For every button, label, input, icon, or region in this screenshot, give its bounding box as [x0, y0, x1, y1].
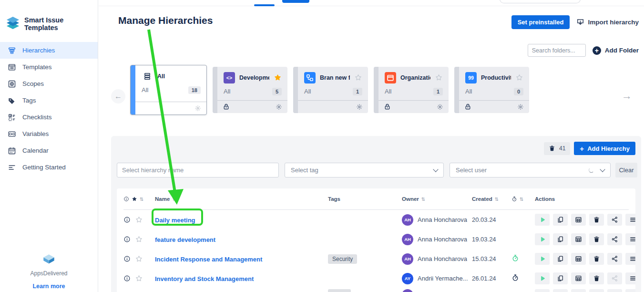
set-preinstalled-button[interactable]: Set preinstalled	[511, 15, 570, 29]
folder-card[interactable]: 99 Productivity All 0	[454, 67, 529, 113]
sidebar-item-variables[interactable]: Variables	[0, 125, 98, 142]
copy-action-button[interactable]	[553, 272, 568, 284]
column-owner[interactable]: Owner ⇅	[402, 196, 472, 202]
menu-action-button[interactable]	[625, 214, 635, 226]
tag-filter-select[interactable]: Select tag	[285, 163, 444, 177]
hierarchy-name-link[interactable]: feature development	[155, 236, 215, 243]
column-actions: Actions	[535, 196, 629, 202]
sidebar-item-tags[interactable]: Tags	[0, 92, 98, 109]
sidebar-item-scopes[interactable]: Scopes	[0, 75, 98, 92]
user-filter-select[interactable]: Select user	[450, 163, 611, 177]
column-created[interactable]: Created ⇅	[472, 196, 511, 202]
folder-card[interactable]: <> Development All 5	[213, 67, 287, 113]
sort-icon[interactable]: ⇅	[421, 197, 425, 202]
star-icon[interactable]	[135, 235, 143, 243]
topnav-search-partial[interactable]	[500, 0, 581, 3]
folder-card[interactable]: All All 18	[130, 65, 207, 115]
share-action-button[interactable]	[607, 272, 622, 284]
gear-icon[interactable]	[517, 104, 524, 110]
folder-star-icon[interactable]	[515, 73, 523, 82]
owner-name: Anna Honcharova	[418, 255, 467, 262]
copy-action-button[interactable]	[553, 214, 568, 226]
column-name[interactable]: Name ⇅	[155, 196, 328, 202]
menu-action-button[interactable]	[625, 289, 635, 292]
trash-action-button[interactable]	[589, 272, 604, 284]
copy-action-button[interactable]	[553, 253, 568, 265]
sidebar-item-getting-started[interactable]: Getting Started	[0, 159, 98, 176]
carousel-right-arrow[interactable]: →	[619, 89, 635, 103]
folder-card[interactable]: Bran new f... All 1	[293, 67, 368, 113]
sort-icon[interactable]: ⇅	[520, 197, 523, 202]
column-flags[interactable]: ⇅	[123, 196, 155, 202]
play-action-button[interactable]	[535, 233, 550, 245]
folder-star-icon[interactable]	[435, 73, 443, 82]
grid-action-button[interactable]	[571, 289, 586, 292]
sidebar-item-hierarchies[interactable]: Hierarchies	[0, 42, 98, 59]
sidebar-item-templates[interactable]: Templates	[0, 59, 98, 75]
trash-selected-button[interactable]: 41	[544, 142, 570, 155]
created-date: 26.01.24	[472, 275, 511, 282]
sidebar-item-calendar[interactable]: Calendar	[0, 142, 98, 159]
star-icon[interactable]	[135, 274, 143, 282]
carousel-left-arrow[interactable]: ←	[111, 89, 125, 104]
copy-action-button[interactable]	[553, 233, 568, 245]
gear-icon[interactable]	[356, 104, 363, 110]
sort-icon[interactable]: ⇅	[495, 197, 499, 202]
menu-action-button[interactable]	[625, 233, 635, 245]
hierarchy-name-link[interactable]: Incident Response and Management	[155, 256, 262, 263]
star-icon[interactable]	[135, 216, 143, 224]
folder-star-icon[interactable]	[274, 73, 282, 82]
sort-icon[interactable]: ⇅	[172, 197, 176, 202]
star-icon[interactable]	[135, 255, 143, 263]
sort-icon[interactable]: ⇅	[140, 197, 143, 202]
add-hierarchy-button[interactable]: + Add Hierarchy	[574, 142, 635, 155]
hierarchy-name-filter-input[interactable]	[117, 163, 279, 177]
folder-star-icon[interactable]	[354, 73, 362, 82]
topnav-button-partial[interactable]	[282, 0, 309, 3]
tags-icon	[8, 96, 16, 105]
grid-action-button[interactable]	[571, 253, 586, 265]
folder-count-badge: 18	[188, 86, 201, 94]
gear-icon[interactable]	[194, 105, 201, 112]
share-action-button[interactable]	[607, 289, 622, 292]
menu-action-button[interactable]	[625, 253, 635, 265]
play-action-button[interactable]	[535, 272, 550, 284]
app-logo-icon	[6, 16, 20, 31]
grid-action-button[interactable]	[571, 233, 586, 245]
column-timer[interactable]: ⇅	[511, 196, 535, 202]
play-action-button[interactable]	[535, 289, 550, 292]
play-action-button[interactable]	[535, 253, 550, 265]
info-icon[interactable]	[123, 255, 131, 262]
add-folder-button[interactable]: + Add Folder	[593, 46, 639, 55]
grid-action-button[interactable]	[571, 214, 586, 226]
column-created-label: Created	[472, 196, 492, 202]
header-actions: Set preinstalled Import hierarchy	[511, 15, 639, 29]
info-icon[interactable]	[123, 236, 131, 243]
share-action-button[interactable]	[607, 233, 622, 245]
share-action-button[interactable]	[607, 253, 622, 265]
copy-action-button[interactable]	[553, 289, 568, 292]
folder-name: All	[157, 73, 201, 80]
learn-more-link[interactable]: Learn more	[32, 283, 65, 290]
search-folders-input[interactable]	[528, 44, 586, 57]
trash-action-button[interactable]	[589, 214, 604, 226]
gear-icon[interactable]	[276, 104, 282, 110]
trash-action-button[interactable]	[589, 233, 604, 245]
trash-action-button[interactable]	[589, 289, 604, 292]
grid-action-button[interactable]	[571, 272, 586, 284]
info-icon[interactable]	[123, 216, 131, 223]
play-action-button[interactable]	[535, 214, 550, 226]
info-icon[interactable]	[123, 275, 131, 282]
menu-action-button[interactable]	[625, 272, 635, 284]
sidebar-item-checklists[interactable]: Checklists	[0, 109, 98, 125]
hierarchy-name-link[interactable]: Daily meeting	[155, 217, 195, 224]
sidebar-item-label: Templates	[22, 63, 52, 71]
sidebar-item-label: Checklists	[22, 114, 52, 121]
share-action-button[interactable]	[607, 214, 622, 226]
gear-icon[interactable]	[437, 104, 443, 110]
hierarchy-name-link[interactable]: Inventory and Stock Management	[155, 275, 254, 282]
folder-card[interactable]: Organization All 1	[374, 67, 449, 113]
trash-action-button[interactable]	[589, 253, 604, 265]
import-hierarchy-button[interactable]: Import hierarchy	[576, 18, 639, 26]
clear-filters-button[interactable]: Clear	[615, 163, 637, 177]
